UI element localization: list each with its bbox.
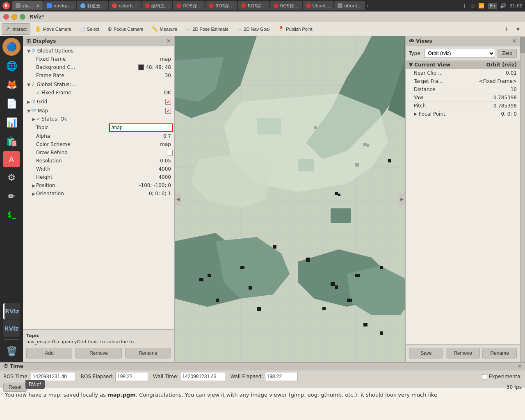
tab-3[interactable]: 有道云...: [77, 1, 108, 10]
time-reset-button[interactable]: Reset: [3, 383, 27, 392]
views-zero-button[interactable]: Zero: [498, 49, 517, 58]
rename-display-button[interactable]: Rename: [125, 348, 171, 358]
app-icon-ubuntu[interactable]: 🔵: [2, 38, 21, 56]
experimental-checkbox[interactable]: [482, 374, 487, 379]
width-row[interactable]: Width 4000: [23, 165, 174, 173]
scrollbar-thumb[interactable]: [520, 37, 525, 53]
alpha-row[interactable]: Alpha 0.7: [23, 132, 174, 140]
remove-display-button[interactable]: Remove: [75, 348, 121, 358]
wall-time-input[interactable]: [180, 372, 225, 381]
publish-point-button[interactable]: 📍 Publish Point: [274, 23, 316, 35]
draw-behind-checkbox[interactable]: [167, 150, 173, 155]
tab-11[interactable]: ubunt...: [334, 1, 365, 10]
orientation-arrow[interactable]: ▶: [31, 192, 36, 196]
save-view-button[interactable]: Save: [409, 348, 443, 358]
fixed-frame-row[interactable]: Fixed Frame map: [23, 55, 174, 63]
viewport-scroll-right[interactable]: ▶: [399, 193, 405, 205]
map-status-arrow[interactable]: ▶: [31, 117, 36, 121]
global-status-fixed-frame-row[interactable]: ✓ Fixed Frame OK: [23, 89, 174, 97]
focus-camera-button[interactable]: ⊕ Focus Camera: [104, 23, 147, 35]
tab-7[interactable]: ROS探...: [205, 1, 237, 10]
focal-point-arrow[interactable]: ▶: [414, 112, 419, 116]
tab-10[interactable]: Ubunt...: [303, 1, 334, 10]
window-close-btn[interactable]: [3, 14, 9, 20]
map-checkbox[interactable]: ✓: [165, 108, 171, 114]
position-arrow[interactable]: ▶: [31, 183, 36, 188]
near-clip-property[interactable]: Near Clip ... 0.01: [406, 69, 520, 77]
wall-elapsed-input[interactable]: [265, 372, 298, 381]
app-icon-store[interactable]: 🛍️: [2, 132, 21, 150]
grid-row[interactable]: ▶ ⊞ Grid ✓: [23, 98, 174, 106]
orientation-row[interactable]: ▶ Orientation 0; 0; 0; 1: [23, 189, 174, 198]
distance-property[interactable]: Distance 10: [406, 85, 520, 94]
app-icon-rviz2[interactable]: RViz: [3, 320, 20, 337]
panel-menu-button[interactable]: ▾: [513, 23, 523, 35]
global-status-arrow[interactable]: ▼: [26, 82, 31, 87]
views-close-btn[interactable]: ✕: [512, 38, 517, 44]
select-button[interactable]: ⬜ Select: [76, 23, 103, 35]
app-icon-text[interactable]: A: [3, 151, 20, 167]
focal-point-property[interactable]: ▶ Focal Point 0; 0; 0: [406, 110, 520, 118]
nav-goal-button[interactable]: → 2D Nav Goal: [233, 23, 273, 35]
app-icon-spreadsheet[interactable]: 📊: [2, 113, 21, 131]
app-icon-firefox[interactable]: 🦊: [2, 75, 21, 94]
height-row[interactable]: Height 4000: [23, 173, 174, 181]
app-icon-chrome[interactable]: 🌐: [2, 57, 21, 75]
tab-1[interactable]: sla... ✕: [12, 1, 43, 10]
tab-4[interactable]: culprit...: [109, 1, 140, 10]
tab-2[interactable]: naviga...: [43, 1, 76, 10]
grid-checkbox[interactable]: ✓: [165, 99, 171, 105]
pitch-property[interactable]: Pitch 0.785398: [406, 102, 520, 110]
rename-view-button[interactable]: Rename: [482, 348, 517, 358]
color-scheme-row[interactable]: Color Scheme map: [23, 140, 174, 148]
position-row[interactable]: ▶ Position -100; -100; 0: [23, 181, 174, 189]
frame-rate-row[interactable]: Frame Rate 30: [23, 71, 174, 80]
menu-icon[interactable]: ≡: [470, 2, 475, 9]
map-row[interactable]: ▼ 🗺 Map ✓: [23, 107, 174, 115]
window-minimize-btn[interactable]: [11, 14, 17, 20]
topic-input[interactable]: [109, 123, 173, 132]
app-icon-terminal[interactable]: $_: [3, 206, 20, 222]
viewport-scroll-left[interactable]: ◀: [175, 193, 181, 205]
app-icon-trash[interactable]: 🗑️: [2, 342, 21, 360]
move-camera-button[interactable]: ✋ Move Camera: [31, 23, 75, 35]
interact-button[interactable]: ↗ Interact: [2, 23, 30, 35]
app-icon-files[interactable]: 📄: [2, 94, 21, 112]
global-options-row[interactable]: ▼ ⚙ Global Options: [23, 47, 174, 55]
tab-overflow[interactable]: ›: [367, 2, 369, 9]
pose-estimate-button[interactable]: → 2D Pose Estimate: [182, 23, 232, 35]
app-icon-settings[interactable]: ⚙️: [2, 168, 21, 186]
window-maximize-btn[interactable]: [20, 14, 25, 20]
right-scrollbar[interactable]: [520, 36, 525, 362]
background-color-swatch[interactable]: [138, 64, 144, 70]
time-close-btn[interactable]: ✕: [518, 363, 522, 369]
tab-close-1[interactable]: ✕: [36, 4, 39, 8]
yaw-property[interactable]: Yaw 0.785398: [406, 94, 520, 102]
resolution-row[interactable]: Resolution 0.05: [23, 157, 174, 165]
global-options-arrow[interactable]: ▼: [26, 49, 31, 53]
ros-elapsed-input[interactable]: [115, 372, 148, 381]
map-arrow[interactable]: ▼: [26, 109, 31, 113]
remove-view-button[interactable]: Remove: [446, 348, 480, 358]
draw-behind-row[interactable]: Draw Behind: [23, 148, 174, 157]
current-view-section[interactable]: ▼ Current View Orbit (rviz): [406, 61, 520, 69]
app-icon-draw[interactable]: ✏️: [2, 187, 21, 205]
app-icon-rviz-active[interactable]: RViz: [3, 303, 20, 320]
add-display-button[interactable]: Add: [26, 348, 72, 358]
background-color-row[interactable]: Background C... 48; 48; 48: [23, 63, 174, 71]
grid-arrow[interactable]: ▶: [26, 100, 31, 104]
viewport[interactable]: ◀ ▶: [175, 36, 405, 362]
tab-add-icon[interactable]: +: [462, 2, 467, 9]
topic-row[interactable]: Topic: [23, 123, 174, 132]
tab-9[interactable]: ROS探...: [270, 1, 302, 10]
target-frame-property[interactable]: Target Fra... <Fixed Frame>: [406, 77, 520, 85]
tab-8[interactable]: ROS探...: [238, 1, 269, 10]
tab-5[interactable]: 编辑文...: [142, 1, 173, 10]
views-type-select[interactable]: Orbit (rviz): [425, 49, 495, 58]
add-panel-button[interactable]: +: [501, 23, 512, 35]
tab-6[interactable]: ROS探...: [173, 1, 205, 10]
measure-button[interactable]: 📏 Measure: [148, 23, 181, 35]
displays-close-btn[interactable]: ✕: [166, 38, 171, 44]
global-status-row[interactable]: ▼ ✓ Global Status:...: [23, 80, 174, 89]
map-status-row[interactable]: ▶ ✓ Status: Ok: [23, 115, 174, 123]
